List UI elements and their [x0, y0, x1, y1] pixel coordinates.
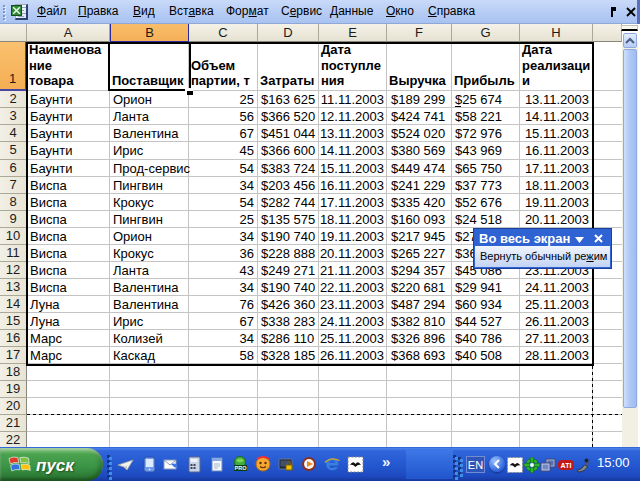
svg-text:ATI: ATI [561, 462, 572, 469]
svg-text:PRO: PRO [235, 465, 248, 471]
